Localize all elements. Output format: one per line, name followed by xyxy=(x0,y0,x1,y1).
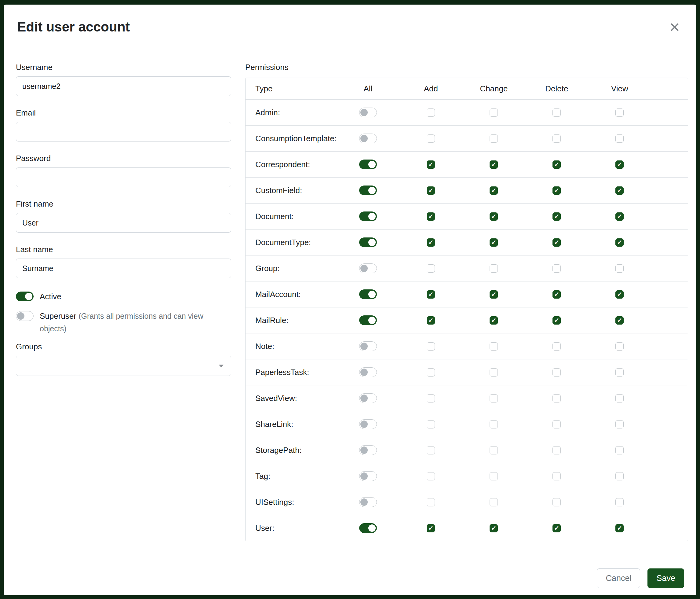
delete-checkbox[interactable] xyxy=(552,446,561,454)
add-checkbox[interactable] xyxy=(427,135,435,143)
add-checkbox[interactable] xyxy=(427,212,435,221)
view-checkbox[interactable] xyxy=(616,394,624,403)
delete-checkbox[interactable] xyxy=(552,264,561,272)
active-toggle[interactable] xyxy=(16,291,33,301)
view-checkbox[interactable] xyxy=(616,420,624,429)
add-checkbox[interactable] xyxy=(427,316,435,325)
change-checkbox[interactable] xyxy=(490,498,498,506)
view-checkbox[interactable] xyxy=(616,472,624,480)
delete-checkbox[interactable] xyxy=(552,394,561,403)
add-checkbox[interactable] xyxy=(427,446,435,454)
change-checkbox[interactable] xyxy=(490,135,498,143)
all-toggle[interactable] xyxy=(359,315,377,325)
delete-checkbox[interactable] xyxy=(552,524,561,532)
view-checkbox[interactable] xyxy=(616,446,624,454)
first-name-field[interactable] xyxy=(16,213,231,233)
add-checkbox[interactable] xyxy=(427,498,435,506)
view-checkbox[interactable] xyxy=(616,316,624,325)
add-checkbox[interactable] xyxy=(427,109,435,117)
view-checkbox[interactable] xyxy=(616,238,624,247)
change-checkbox[interactable] xyxy=(490,472,498,480)
change-checkbox[interactable] xyxy=(490,316,498,325)
permissions-rows: Admin: ConsumptionTemplate: Corresponden… xyxy=(246,99,688,541)
all-toggle[interactable] xyxy=(359,160,377,169)
change-checkbox[interactable] xyxy=(490,446,498,454)
all-toggle[interactable] xyxy=(359,497,377,507)
email-field[interactable] xyxy=(16,122,231,142)
delete-checkbox[interactable] xyxy=(552,342,561,351)
delete-checkbox[interactable] xyxy=(552,186,561,195)
view-checkbox[interactable] xyxy=(616,290,624,298)
delete-checkbox[interactable] xyxy=(552,238,561,247)
all-toggle[interactable] xyxy=(359,134,377,143)
delete-checkbox[interactable] xyxy=(552,368,561,377)
cancel-button[interactable]: Cancel xyxy=(597,569,640,588)
change-checkbox[interactable] xyxy=(490,186,498,195)
view-checkbox[interactable] xyxy=(616,498,624,506)
delete-checkbox[interactable] xyxy=(552,316,561,325)
view-checkbox[interactable] xyxy=(616,186,624,195)
all-toggle[interactable] xyxy=(359,445,377,455)
groups-select[interactable] xyxy=(16,356,231,376)
view-checkbox[interactable] xyxy=(616,212,624,221)
change-checkbox[interactable] xyxy=(490,109,498,117)
delete-checkbox[interactable] xyxy=(552,109,561,117)
all-toggle[interactable] xyxy=(359,237,377,247)
all-toggle[interactable] xyxy=(359,107,377,117)
view-checkbox[interactable] xyxy=(616,368,624,377)
all-toggle[interactable] xyxy=(359,212,377,221)
last-name-field[interactable] xyxy=(16,259,231,278)
view-checkbox[interactable] xyxy=(616,342,624,351)
change-checkbox[interactable] xyxy=(490,342,498,351)
view-checkbox[interactable] xyxy=(616,161,624,169)
add-checkbox[interactable] xyxy=(427,524,435,532)
all-toggle[interactable] xyxy=(359,263,377,273)
password-field[interactable] xyxy=(16,167,231,187)
add-checkbox[interactable] xyxy=(427,472,435,480)
change-checkbox[interactable] xyxy=(490,368,498,377)
add-checkbox[interactable] xyxy=(427,238,435,247)
add-checkbox[interactable] xyxy=(427,264,435,272)
all-toggle[interactable] xyxy=(359,341,377,351)
save-button[interactable]: Save xyxy=(648,569,684,588)
delete-checkbox[interactable] xyxy=(552,498,561,506)
all-toggle[interactable] xyxy=(359,186,377,195)
add-checkbox[interactable] xyxy=(427,394,435,403)
delete-checkbox[interactable] xyxy=(552,290,561,298)
change-checkbox[interactable] xyxy=(490,264,498,272)
add-checkbox[interactable] xyxy=(427,161,435,169)
username-input[interactable] xyxy=(16,76,231,96)
all-toggle[interactable] xyxy=(359,419,377,429)
delete-checkbox[interactable] xyxy=(552,212,561,221)
table-row: User: xyxy=(246,515,688,541)
delete-checkbox[interactable] xyxy=(552,420,561,429)
all-toggle[interactable] xyxy=(359,289,377,299)
view-checkbox[interactable] xyxy=(616,524,624,532)
all-toggle[interactable] xyxy=(359,393,377,403)
change-checkbox[interactable] xyxy=(490,212,498,221)
all-toggle[interactable] xyxy=(359,471,377,481)
add-checkbox[interactable] xyxy=(427,342,435,351)
add-checkbox[interactable] xyxy=(427,290,435,298)
add-checkbox[interactable] xyxy=(427,368,435,377)
delete-checkbox[interactable] xyxy=(552,135,561,143)
delete-checkbox[interactable] xyxy=(552,472,561,480)
change-checkbox[interactable] xyxy=(490,420,498,429)
view-checkbox[interactable] xyxy=(616,264,624,272)
delete-checkbox[interactable] xyxy=(552,161,561,169)
view-checkbox[interactable] xyxy=(616,135,624,143)
change-checkbox[interactable] xyxy=(490,161,498,169)
add-checkbox[interactable] xyxy=(427,186,435,195)
close-icon[interactable]: × xyxy=(667,17,683,37)
table-row: Admin: xyxy=(246,99,688,125)
all-toggle[interactable] xyxy=(359,367,377,377)
change-checkbox[interactable] xyxy=(490,394,498,403)
change-checkbox[interactable] xyxy=(490,524,498,532)
change-checkbox[interactable] xyxy=(490,290,498,298)
all-toggle[interactable] xyxy=(359,523,377,533)
superuser-toggle[interactable] xyxy=(16,311,33,321)
add-checkbox[interactable] xyxy=(427,420,435,429)
view-checkbox[interactable] xyxy=(616,109,624,117)
table-row: Document: xyxy=(246,203,688,229)
change-checkbox[interactable] xyxy=(490,238,498,247)
